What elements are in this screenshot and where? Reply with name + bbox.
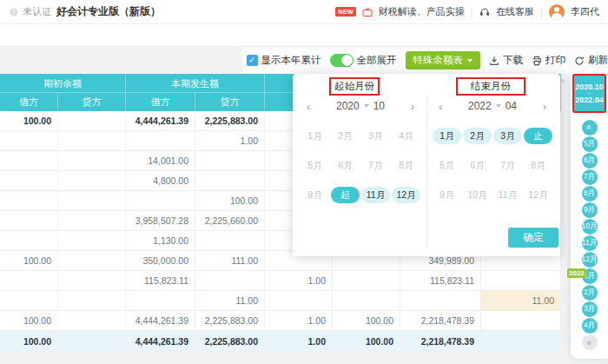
table-cell[interactable] [195,271,265,291]
year-month-selector[interactable]: 2020 10 [336,100,385,112]
scroll-up-button[interactable]: » [582,120,598,136]
table-cell[interactable] [58,251,126,271]
calendar-month-cell[interactable]: 4月 [392,128,420,144]
calendar-month-cell[interactable]: 2月 [331,128,360,144]
table-cell[interactable] [195,151,265,171]
calendar-month-cell[interactable]: 8月 [392,157,420,174]
table-cell[interactable]: 1.00 [195,131,265,151]
table-cell[interactable] [58,231,126,251]
expand-all-control[interactable]: 全部展开 [330,54,397,67]
table-cell[interactable] [58,211,126,231]
calendar-month-cell[interactable]: 1月 [301,128,329,144]
sidebar-month-button[interactable]: 2月 [582,285,598,301]
calendar-month-cell[interactable]: 7月 [493,157,522,174]
calendar-month-cell[interactable]: 11月 [361,187,390,203]
table-cell[interactable] [126,131,195,151]
calendar-month-cell[interactable]: 5月 [301,157,329,174]
table-cell[interactable] [0,191,58,211]
table-cell[interactable] [58,271,126,291]
table-cell[interactable] [481,271,561,291]
table-cell[interactable]: 100.00 [333,311,400,331]
sidebar-month-button[interactable]: 4月 [582,318,598,334]
sidebar-month-button[interactable]: 5月 [582,136,598,152]
table-cell[interactable] [195,171,265,191]
table-cell[interactable] [481,311,561,331]
calendar-month-cell[interactable]: 止 [524,128,552,144]
promo-link[interactable]: 财税解读、产品实操 [379,5,465,18]
calendar-month-cell[interactable]: 9月 [301,187,329,203]
table-cell[interactable] [58,191,126,211]
table-cell[interactable] [400,291,481,311]
table-cell[interactable]: 350,000.00 [126,251,195,271]
calendar-month-cell[interactable]: 5月 [433,157,461,174]
table-cell[interactable]: 2,218,478.39 [400,311,481,331]
refresh-button[interactable]: 刷新 [574,54,608,67]
table-cell[interactable] [0,131,58,151]
sidebar-month-button[interactable]: 8月 [582,186,598,202]
show-ytd-checkbox[interactable]: ✓ [247,55,258,66]
next-year-icon[interactable]: › [409,100,416,113]
table-cell[interactable]: 2,225,883.00 [195,111,265,131]
calendar-month-cell[interactable]: 起 [331,187,360,203]
table-cell[interactable] [0,171,58,191]
table-cell[interactable]: 11.00 [195,291,265,311]
table-cell[interactable]: 2,225,883.00 [195,311,265,331]
table-cell[interactable]: 100.00 [0,251,58,271]
table-cell[interactable]: 14,001.00 [126,151,195,171]
table-cell[interactable]: 115,823.11 [126,271,195,291]
expand-all-toggle[interactable] [330,54,354,67]
table-cell[interactable]: 100.00 [195,191,265,211]
table-cell[interactable] [0,211,58,231]
table-cell[interactable] [333,271,400,291]
calendar-month-cell[interactable]: 6月 [463,157,492,174]
table-cell[interactable]: 2,225,660.00 [195,211,265,231]
date-range-display[interactable]: 2020.10 ~ 2022.04 [572,74,606,113]
year-month-selector[interactable]: 2022 04 [468,100,517,112]
table-cell[interactable] [58,171,126,191]
table-cell[interactable]: 111.00 [195,251,265,271]
table-cell[interactable] [126,191,195,211]
calendar-month-cell[interactable]: 3月 [493,128,522,144]
table-cell[interactable] [195,231,265,251]
sidebar-month-button[interactable]: 7月 [582,169,598,185]
download-button[interactable]: 下载 [489,54,523,67]
table-cell[interactable] [58,131,126,151]
table-cell[interactable]: 1.00 [265,311,333,331]
calendar-month-cell[interactable]: 6月 [331,157,360,174]
calendar-month-cell[interactable]: 12月 [524,187,552,203]
table-cell[interactable]: 100.00 [0,311,58,331]
online-service-link[interactable]: 在线客服 [496,5,534,18]
table-cell[interactable] [0,151,58,171]
print-button[interactable]: 打印 [532,54,565,67]
confirm-button[interactable]: 确定 [508,228,558,248]
table-cell[interactable] [58,291,126,311]
table-cell[interactable] [58,311,126,331]
calendar-month-cell[interactable]: 7月 [361,157,390,174]
calendar-month-cell[interactable]: 12月 [392,187,420,203]
table-cell[interactable]: 100.00 [0,111,58,131]
table-cell[interactable]: 3,958,507.28 [126,211,195,231]
table-cell[interactable] [126,291,195,311]
table-cell[interactable] [0,291,58,311]
table-cell[interactable] [265,291,333,311]
table-cell[interactable]: 1,130.00 [126,231,195,251]
user-name[interactable]: 李四代 [571,5,599,18]
calendar-month-cell[interactable]: 3月 [361,128,390,144]
user-avatar[interactable] [549,4,565,20]
table-cell[interactable]: 1.00 [265,271,333,291]
table-cell[interactable] [58,111,126,131]
table-cell[interactable]: 4,800.00 [126,171,195,191]
table-cell[interactable]: 115,823.11 [400,271,481,291]
calendar-month-cell[interactable]: 1月 [433,128,461,144]
sidebar-month-button[interactable]: 10月 [582,219,598,235]
prev-year-icon[interactable]: ‹ [437,100,444,113]
show-ytd-control[interactable]: ✓ 显示本年累计 [247,54,321,67]
calendar-month-cell[interactable]: 8月 [524,157,552,174]
table-cell[interactable] [333,291,400,311]
prev-year-icon[interactable]: ‹ [305,100,312,113]
calendar-month-cell[interactable]: 10月 [463,187,492,203]
sidebar-month-button[interactable]: 6月 [582,153,598,169]
table-cell[interactable] [58,151,126,171]
calendar-month-cell[interactable]: 2月 [463,128,492,144]
sidebar-month-button[interactable]: 9月 [582,202,598,218]
